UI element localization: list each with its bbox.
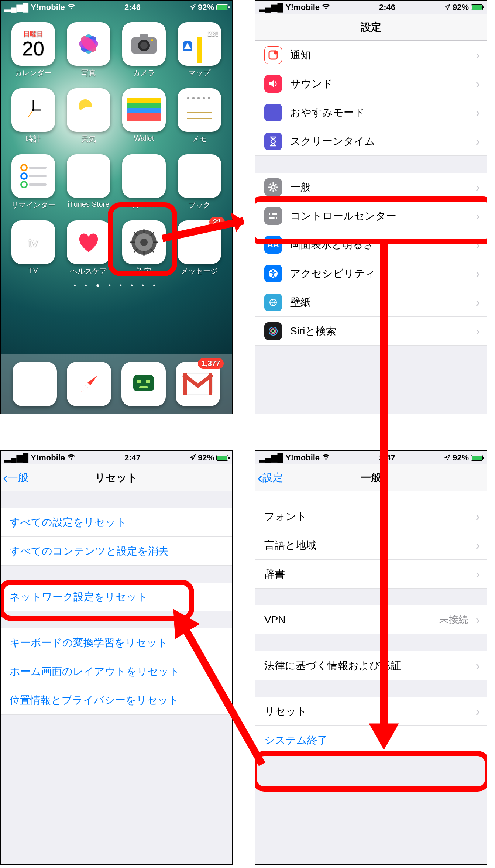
books-app[interactable]: ブック [175,154,224,210]
row-label: スクリーンタイム [290,134,375,148]
battery-label: 92% [198,3,214,12]
svg-point-19 [32,109,34,111]
row-screentime[interactable]: スクリーンタイム › [255,127,487,156]
safari-icon [67,362,111,406]
camera-icon [122,22,166,66]
gmail-app[interactable]: 1,377 [176,362,220,406]
tv-app[interactable]: tv TV [9,220,58,276]
calendar-app[interactable]: 日曜日 20 カレンダー [9,22,58,78]
accessibility-icon [264,265,282,282]
row-label: 言語と地域 [264,538,316,552]
notifications-icon [264,46,282,64]
itunes-store-app[interactable]: iTunes Store [64,154,113,210]
svg-line-70 [270,189,271,191]
phone-app[interactable] [13,362,57,406]
arrow-1 [159,210,262,250]
row-general[interactable]: 一般 › [255,173,487,202]
weather-app[interactable]: 天気 [64,88,113,144]
svg-point-62 [271,185,275,189]
notes-icon [178,88,221,132]
arrow-3 [159,598,269,772]
home-screen: ▂▄▆█ Y!mobile 2:46 92% 日曜日 20 カレンダー [0,0,233,414]
page-dots[interactable]: • • ● • • • • • [1,282,232,289]
wallpaper-icon [264,294,282,311]
chevron-right-icon: › [476,509,480,524]
roboform-icon [121,362,166,406]
location-icon [444,3,450,12]
safari-app[interactable] [67,362,111,406]
svg-point-41 [140,239,148,246]
weather-icon [67,88,110,132]
row-reset-all-settings[interactable]: すべての設定をリセット [1,508,232,537]
app-store-app[interactable]: App Store [120,154,168,210]
wifi-icon [322,3,330,12]
page-title: リセット [95,471,138,485]
text-size-icon: AA [264,236,282,254]
svg-line-81 [162,221,244,239]
row-label: 壁紙 [290,295,311,309]
app-label: 写真 [81,68,96,78]
signal-icon: ▂▄▆█ [259,453,283,463]
row-sounds[interactable]: サウンド › [255,69,487,98]
svg-point-31 [21,173,27,179]
signal-icon: ▂▄▆█ [4,3,28,12]
camera-app[interactable]: カメラ [120,22,168,78]
app-label: カレンダー [15,68,52,78]
row-label: システム終了 [264,733,328,747]
battery-icon [216,455,228,461]
app-label: マップ [188,68,210,78]
svg-point-76 [272,270,274,272]
battery-label: 92% [453,3,469,12]
maps-app[interactable]: 280 マップ [175,22,224,78]
app-label: ブック [188,200,210,210]
reminders-icon [11,154,55,198]
chevron-right-icon: › [476,266,480,281]
row-label: フォント [264,510,307,524]
battery-icon [471,4,483,10]
vpn-status: 未接続 [439,613,468,626]
row-label: ホーム画面のレイアウトをリセット [10,665,180,679]
svg-rect-53 [133,375,154,391]
row-control-center[interactable]: コントロールセンター › [255,202,487,230]
wifi-icon [322,453,330,463]
svg-line-85 [185,628,262,764]
svg-rect-11 [140,34,148,39]
health-icon [67,220,110,264]
health-app[interactable]: ヘルスケア [64,220,113,276]
app-label: App Store [128,200,161,209]
app-label: Wallet [134,134,154,143]
back-button[interactable]: ‹ 一般 [3,470,28,485]
status-bar: ▂▄▆█ Y!mobile 2:46 92% [255,1,487,14]
svg-point-32 [21,182,27,188]
arrow-2 [362,236,406,753]
chevron-right-icon: › [476,658,480,673]
svg-point-12 [151,39,153,41]
roboform-app[interactable] [121,362,166,406]
highlight-reset-row [255,751,487,792]
row-dnd[interactable]: おやすみモード › [255,98,487,127]
row-erase-all[interactable]: すべてのコンテンツと設定を消去 [1,537,232,566]
chevron-right-icon: › [476,237,480,252]
location-icon [444,453,450,463]
clock-app[interactable]: 時計 [9,88,58,144]
row-label: Siriと検索 [290,324,336,338]
svg-rect-56 [139,386,148,388]
wifi-icon [67,3,75,12]
maps-icon: 280 [178,22,221,66]
row-notifications[interactable]: 通知 › [255,41,487,69]
back-button[interactable]: ‹ 設定 [258,470,283,485]
row-label: 一般 [290,180,311,194]
chevron-right-icon: › [476,704,480,718]
row-label: サウンド [290,77,333,91]
chevron-right-icon: › [476,613,480,627]
photos-app[interactable]: 写真 [64,22,113,78]
gmail-icon: 1,377 [176,362,220,406]
battery-label: 92% [198,453,214,463]
svg-point-28 [203,97,205,99]
page-title: 設定 [361,20,381,34]
reminders-app[interactable]: リマインダー [9,154,58,210]
location-icon [190,3,196,12]
row-label: キーボードの変換学習をリセット [10,636,168,650]
wallet-app[interactable]: Wallet [120,88,168,144]
notes-app[interactable]: メモ [175,88,224,144]
